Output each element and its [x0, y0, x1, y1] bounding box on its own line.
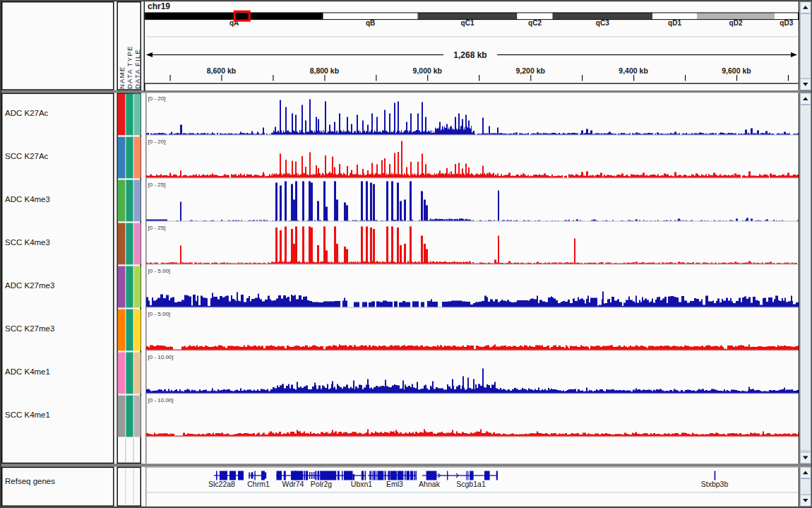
- svg-text:Eml3: Eml3: [386, 480, 403, 488]
- svg-text:DATA FILE: DATA FILE: [133, 49, 141, 89]
- svg-text:qD2: qD2: [729, 19, 743, 27]
- svg-text:9,600 kb: 9,600 kb: [722, 66, 751, 75]
- svg-text:ADC K4me1: ADC K4me1: [5, 367, 50, 376]
- svg-text:[0 - 20]: [0 - 20]: [148, 95, 166, 102]
- svg-text:qC3: qC3: [596, 19, 609, 27]
- svg-text:qB: qB: [366, 19, 375, 27]
- svg-text:SCC K4me3: SCC K4me3: [5, 238, 50, 247]
- svg-text:NAME: NAME: [118, 66, 126, 89]
- svg-text:9,200 kb: 9,200 kb: [515, 66, 544, 75]
- svg-text:Refseq genes: Refseq genes: [5, 477, 55, 485]
- svg-text:9,000 kb: 9,000 kb: [413, 66, 442, 75]
- svg-text:SCC K4me1: SCC K4me1: [5, 410, 50, 419]
- svg-text:[0 - 5.00]: [0 - 5.00]: [148, 268, 171, 274]
- svg-text:SCC K27me3: SCC K27me3: [5, 324, 54, 333]
- svg-text:[0 - 25]: [0 - 25]: [148, 182, 166, 188]
- svg-text:8,600 kb: 8,600 kb: [207, 66, 236, 75]
- svg-text:Chrm1: Chrm1: [247, 480, 270, 488]
- svg-text:9,400 kb: 9,400 kb: [619, 66, 647, 75]
- svg-text:qD3: qD3: [780, 19, 793, 27]
- svg-text:[0 - 10.00]: [0 - 10.00]: [148, 354, 174, 360]
- svg-text:[0 - 20]: [0 - 20]: [148, 138, 166, 145]
- svg-text:Ahnak: Ahnak: [419, 480, 441, 488]
- svg-text:ADC K4me3: ADC K4me3: [5, 195, 50, 203]
- svg-text:[0 - 5.00]: [0 - 5.00]: [148, 311, 171, 317]
- svg-text:ADC K27me3: ADC K27me3: [5, 281, 54, 290]
- svg-text:[0 - 10.00]: [0 - 10.00]: [148, 397, 174, 403]
- svg-text:Wdr74: Wdr74: [282, 480, 304, 488]
- svg-text:[0 - 25]: [0 - 25]: [148, 225, 166, 231]
- svg-text:qC2: qC2: [528, 19, 542, 27]
- svg-text:1,268 kb: 1,268 kb: [453, 50, 486, 60]
- svg-text:Ubxn1: Ubxn1: [351, 480, 373, 488]
- svg-text:ADC K27Ac: ADC K27Ac: [5, 109, 49, 117]
- svg-text:Slc22a8: Slc22a8: [208, 480, 235, 488]
- svg-text:qC1: qC1: [461, 19, 474, 27]
- svg-text:DATA TYPE: DATA TYPE: [126, 46, 133, 89]
- svg-text:Scgb1a1: Scgb1a1: [456, 480, 486, 488]
- svg-text:SCC K27Ac: SCC K27Ac: [5, 152, 49, 160]
- svg-text:chr19: chr19: [148, 1, 170, 11]
- svg-text:Polr2g: Polr2g: [311, 480, 333, 488]
- svg-text:qD1: qD1: [668, 19, 681, 27]
- svg-text:8,800 kb: 8,800 kb: [310, 66, 339, 75]
- svg-text:Stxbp3b: Stxbp3b: [701, 480, 729, 488]
